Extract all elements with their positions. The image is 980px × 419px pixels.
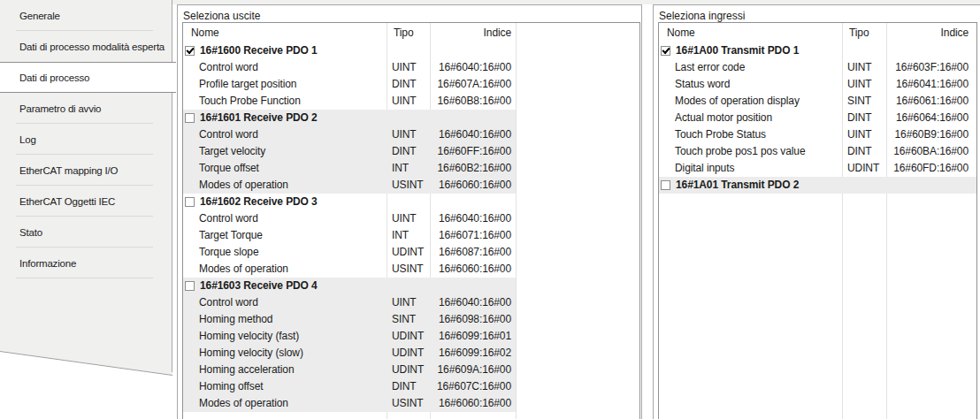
sidebar-item-dati-di-processo[interactable]: Dati di processo — [0, 62, 176, 93]
item-index-cell: 16#6060:16#00 — [431, 395, 516, 412]
pdo-item-row[interactable]: Homing methodSINT16#6098:16#00 — [183, 311, 639, 328]
pdo-item-row[interactable]: Actual motor positionDINT16#6064:16#00 — [659, 110, 976, 126]
pdo-item-row[interactable]: Control wordUINT16#6040:16#00 — [183, 294, 639, 311]
sidebar-item-label: Stato — [19, 227, 42, 238]
row-filler-cell — [516, 177, 639, 194]
sidebar-item-log[interactable]: Log — [0, 124, 172, 155]
pdo-group-type-cell — [843, 177, 887, 194]
pdo-group-row[interactable]: 16#1A01 Transmit PDO 2 — [659, 177, 976, 194]
pdo-item-row[interactable]: Last error codeUINT16#603F:16#00 — [659, 59, 976, 76]
pdo-group-index-cell — [887, 177, 976, 194]
item-name-cell: Homing acceleration — [183, 362, 387, 378]
item-type-cell: UINT — [843, 59, 887, 76]
item-name-cell: Homing velocity (fast) — [183, 328, 387, 345]
item-type-cell: USINT — [387, 177, 431, 194]
pdo-item-row[interactable]: Homing accelerationUDINT16#609A:16#00 — [183, 362, 639, 378]
pdo-item-row[interactable]: Target TorqueINT16#6071:16#00 — [183, 227, 639, 244]
row-filler-cell — [516, 59, 639, 76]
pdo-group-name: 16#1A00 Transmit PDO 1 — [676, 42, 799, 59]
pdo-checkbox-checked[interactable] — [661, 46, 670, 56]
pdo-checkbox-unchecked[interactable] — [185, 197, 195, 207]
pdo-item-row[interactable]: Status wordUINT16#6041:16#00 — [659, 76, 976, 93]
pdo-group-row[interactable]: 16#1602 Receive PDO 3 — [183, 194, 639, 210]
pdo-item-row[interactable]: Modes of operationUSINT16#6060:16#00 — [183, 261, 639, 278]
pdo-item-row[interactable]: Control wordUINT16#6040:16#00 — [183, 59, 639, 76]
item-name-cell: Modes of operation display — [659, 93, 843, 110]
pdo-group-row[interactable]: 16#1603 Receive PDO 4 — [183, 278, 639, 294]
item-type-cell: UDINT — [387, 244, 431, 261]
pdo-item-row[interactable]: Homing velocity (fast)UDINT16#6099:16#01 — [183, 328, 639, 345]
inputs-panel: Seleziona ingressi Nome Tipo Indice 16#1… — [653, 4, 980, 419]
pdo-item-row[interactable]: Homing offsetDINT16#607C:16#00 — [183, 378, 639, 395]
item-name-cell: Actual motor position — [659, 110, 843, 126]
pdo-item-row[interactable]: Touch Probe FunctionUINT16#60B8:16#00 — [183, 93, 639, 110]
pdo-item-row[interactable]: Modes of operationUSINT16#6060:16#00 — [183, 177, 639, 194]
sidebar-item-ethercat-oggetti-iec[interactable]: EtherCAT Oggetti IEC — [0, 186, 172, 217]
pdo-group-name: 16#1A01 Transmit PDO 2 — [676, 177, 799, 194]
item-name-cell: Touch Probe Status — [659, 126, 843, 143]
pdo-item-row[interactable]: Target velocityDINT16#60FF:16#00 — [183, 143, 639, 160]
item-type-cell: UINT — [387, 294, 431, 311]
pdo-item-row[interactable]: Homing velocity (slow)UDINT16#6099:16#02 — [183, 345, 639, 362]
row-filler-cell — [516, 42, 639, 59]
row-filler-cell — [516, 227, 639, 244]
pdo-group-type-cell — [387, 110, 431, 126]
pdo-group-type-cell — [387, 194, 431, 210]
item-name-cell: Homing method — [183, 311, 387, 328]
row-filler-cell — [516, 244, 639, 261]
row-filler-cell — [516, 143, 639, 160]
pdo-item-row[interactable]: Modes of operationUSINT16#6060:16#00 — [183, 395, 639, 412]
pdo-group-type-cell — [387, 42, 431, 59]
outputs-panel: Seleziona uscite Nome Tipo Indice 16#160… — [177, 4, 642, 419]
item-type-cell: INT — [387, 160, 431, 177]
item-index-cell: 16#6060:16#00 — [431, 261, 516, 278]
pdo-item-row[interactable]: Touch probe pos1 pos valueDINT16#60BA:16… — [659, 143, 976, 160]
pdo-item-row[interactable]: Torque slopeUDINT16#6087:16#00 — [183, 244, 639, 261]
item-index-cell: 16#6041:16#00 — [887, 76, 976, 93]
item-index-cell: 16#60BA:16#00 — [887, 143, 976, 160]
row-filler-cell — [516, 328, 639, 345]
item-index-cell: 16#60FF:16#00 — [431, 143, 516, 160]
pdo-item-row[interactable]: Control wordUINT16#6040:16#00 — [183, 210, 639, 227]
sidebar-item-parametro-di-avvio[interactable]: Parametro di avvio — [0, 93, 172, 124]
pdo-checkbox-unchecked[interactable] — [661, 180, 670, 190]
item-name-cell: Touch Probe Function — [183, 93, 387, 110]
pdo-item-row[interactable]: Torque offsetINT16#60B2:16#00 — [183, 160, 639, 177]
pdo-item-row[interactable]: Touch Probe StatusUINT16#60B9:16#00 — [659, 126, 976, 143]
item-type-cell: UINT — [387, 59, 431, 76]
pdo-group-row[interactable]: 16#1A00 Transmit PDO 1 — [659, 42, 976, 59]
sidebar-item-generale[interactable]: Generale — [0, 0, 172, 31]
item-name-cell: Homing velocity (slow) — [183, 345, 387, 362]
pdo-item-row[interactable]: Control wordUINT16#6040:16#00 — [183, 126, 639, 143]
sidebar-item-ethercat-mapping-i-o[interactable]: EtherCAT mapping I/O — [0, 155, 172, 186]
sidebar-item-label: Dati di processo modalità esperta — [19, 42, 165, 52]
pdo-group-name: 16#1603 Receive PDO 4 — [200, 278, 318, 294]
inputs-table-header: Nome Tipo Indice — [659, 23, 976, 42]
pdo-group: 16#1603 Receive PDO 4Control wordUINT16#… — [183, 278, 639, 412]
pdo-item-row[interactable]: Profile target positionDINT16#607A:16#00 — [183, 76, 639, 93]
pdo-item-row[interactable]: Digital inputsUDINT16#60FD:16#00 — [659, 160, 976, 177]
row-filler-cell — [516, 160, 639, 177]
pdo-group-index-cell — [887, 42, 976, 59]
item-type-cell: UDINT — [387, 362, 431, 378]
pdo-item-row[interactable]: Modes of operation displaySINT16#6061:16… — [659, 93, 976, 110]
column-header-nome: Nome — [183, 23, 387, 42]
item-name-cell: Profile target position — [183, 76, 387, 93]
sidebar-item-stato[interactable]: Stato — [0, 217, 172, 248]
item-name-cell: Status word — [659, 76, 843, 93]
sidebar-item-label: Parametro di avvio — [19, 103, 101, 114]
pdo-checkbox-unchecked[interactable] — [185, 113, 195, 123]
row-filler-cell — [516, 126, 639, 143]
pdo-group-row[interactable]: 16#1601 Receive PDO 2 — [183, 110, 639, 126]
row-filler-cell — [516, 194, 639, 210]
sidebar-item-informazione[interactable]: Informazione — [0, 248, 172, 278]
sidebar-item-label: Dati di processo — [19, 72, 89, 83]
outputs-table-empty-area — [183, 412, 639, 419]
sidebar-item-dati-di-processo-modalit-esperta[interactable]: Dati di processo modalità esperta — [0, 31, 172, 62]
pdo-checkbox-unchecked[interactable] — [185, 281, 195, 291]
pdo-group-row[interactable]: 16#1600 Receive PDO 1 — [183, 42, 639, 59]
item-type-cell: DINT — [843, 110, 887, 126]
column-header-nome: Nome — [659, 23, 843, 42]
pdo-checkbox-checked[interactable] — [185, 46, 195, 56]
pdo-group: 16#1602 Receive PDO 3Control wordUINT16#… — [183, 194, 639, 278]
